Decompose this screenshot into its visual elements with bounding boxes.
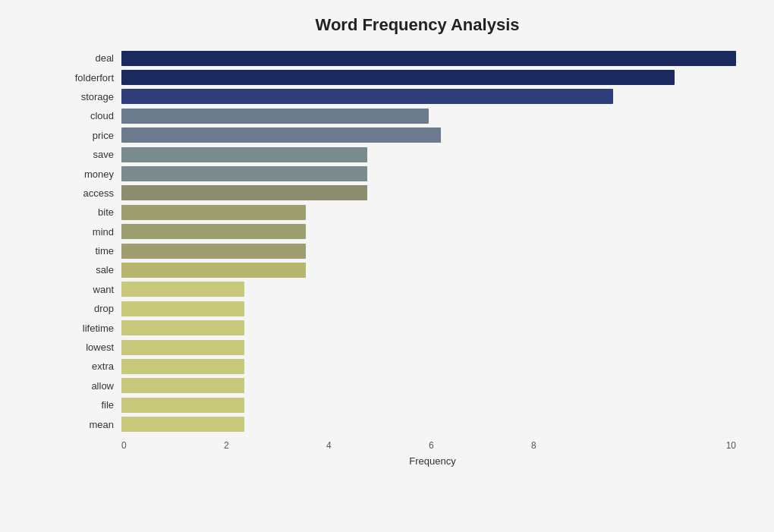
bar-track [121, 166, 736, 181]
bar-fill [121, 109, 429, 124]
bar-fill [121, 51, 736, 66]
bar-fill [121, 417, 244, 432]
bar-track [121, 70, 736, 85]
bar-fill [121, 89, 613, 104]
bar-fill [121, 224, 306, 239]
bar-track [121, 109, 736, 124]
bar-label: lifetime [61, 323, 121, 334]
bar-track [121, 378, 736, 393]
bar-row: want [61, 281, 736, 297]
bar-track [121, 320, 736, 335]
bar-row: money [61, 165, 736, 182]
bar-fill [121, 70, 675, 85]
bar-fill [121, 282, 244, 297]
bar-row: extra [61, 358, 736, 375]
bar-label: sale [61, 264, 121, 275]
bar-fill [121, 244, 306, 259]
bar-fill [121, 127, 441, 143]
x-tick: 6 [429, 440, 531, 451]
bar-track [121, 301, 736, 316]
bar-row: file [61, 397, 736, 414]
bar-track [121, 398, 736, 413]
bar-label: want [61, 284, 121, 295]
bar-fill [121, 320, 244, 335]
bar-row: bite [61, 204, 736, 221]
bar-row: lowest [61, 339, 736, 356]
chart-area: dealfolderfortstoragecloudpricesavemoney… [61, 49, 744, 467]
bar-track [121, 244, 736, 259]
bar-label: price [61, 130, 121, 141]
bar-fill [121, 359, 244, 374]
bar-track [121, 340, 736, 355]
bar-fill [121, 185, 367, 200]
bar-row: deal [61, 50, 736, 67]
bar-row: save [61, 146, 736, 163]
bars-section: dealfolderfortstoragecloudpricesavemoney… [61, 49, 744, 434]
bar-fill [121, 340, 244, 355]
bar-label: drop [61, 303, 121, 314]
bar-track [121, 147, 736, 162]
bar-row: access [61, 184, 736, 201]
bar-track [121, 224, 736, 239]
x-tick: 2 [224, 440, 326, 451]
chart-title: Word Frequency Analysis [61, 15, 744, 35]
bar-label: time [61, 245, 121, 257]
bar-row: folderfort [61, 69, 736, 86]
bar-label: file [61, 399, 121, 411]
bar-fill [121, 301, 244, 316]
bar-fill [121, 378, 244, 393]
bar-label: bite [61, 206, 121, 218]
x-tick: 10 [634, 440, 736, 451]
bar-row: sale [61, 262, 736, 279]
bar-track [121, 359, 736, 374]
bar-fill [121, 147, 367, 162]
bar-label: storage [61, 91, 121, 102]
bar-row: cloud [61, 108, 736, 124]
bar-row: mean [61, 416, 736, 433]
bar-fill [121, 205, 306, 220]
bar-track [121, 263, 736, 278]
bar-label: money [61, 168, 121, 180]
bar-track [121, 127, 736, 143]
x-axis: 0246810 [61, 440, 744, 451]
bar-row: allow [61, 377, 736, 394]
bar-track [121, 185, 736, 200]
bar-row: price [61, 127, 736, 143]
bar-label: folderfort [61, 72, 121, 83]
bar-fill [121, 398, 244, 413]
x-tick: 0 [121, 440, 224, 451]
bar-row: mind [61, 223, 736, 240]
bar-label: mean [61, 419, 121, 430]
bar-track [121, 282, 736, 297]
bar-label: mind [61, 226, 121, 238]
bar-label: deal [61, 52, 121, 64]
bar-track [121, 51, 736, 66]
bar-track [121, 89, 736, 104]
bar-fill [121, 263, 306, 278]
bar-track [121, 205, 736, 220]
x-tick: 4 [326, 440, 429, 451]
bar-track [121, 417, 736, 432]
bar-row: time [61, 243, 736, 260]
bar-label: extra [61, 360, 121, 372]
x-tick: 8 [531, 440, 634, 451]
bar-row: storage [61, 88, 736, 105]
bar-label: lowest [61, 342, 121, 353]
bar-label: save [61, 149, 121, 160]
bar-label: allow [61, 380, 121, 392]
bar-row: drop [61, 301, 736, 317]
x-axis-label: Frequency [61, 455, 744, 467]
bar-label: access [61, 187, 121, 199]
bar-label: cloud [61, 110, 121, 121]
bar-fill [121, 166, 367, 181]
chart-container: Word Frequency Analysis dealfolderfortst… [0, 0, 774, 532]
bar-row: lifetime [61, 320, 736, 336]
